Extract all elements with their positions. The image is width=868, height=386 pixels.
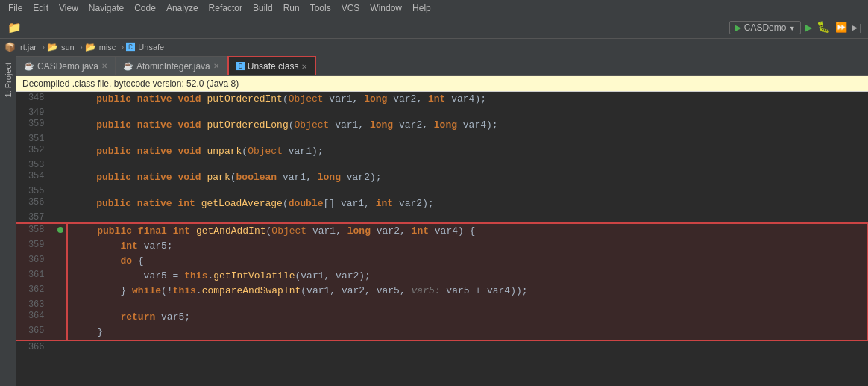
table-row: 363 [16,299,867,310]
line-content: int var5; [67,239,867,254]
dropdown-icon: ▼ [789,25,796,32]
breadcrumb-sun[interactable]: sun [58,41,78,53]
debug-button[interactable]: 🐛 [817,20,831,34]
gutter-marker-icon [57,227,63,233]
line-content [67,299,867,310]
next-button[interactable]: ▶| [852,22,864,34]
line-gutter [54,310,67,325]
toolbar-icon-folder[interactable]: 📁 [4,19,25,36]
casdemo-close[interactable]: ✕ [101,62,107,70]
tab-atomicinteger[interactable]: ☕ AtomicInteger.java ✕ [116,56,227,75]
line-gutter [54,325,67,340]
table-row: 359 int var5; [16,239,867,254]
code-editor[interactable]: 348 public native void putOrderedInt(Obj… [16,92,868,386]
line-content [67,211,867,223]
table-row: 353 [16,159,867,170]
tab-casdemo[interactable]: ☕ CASDemo.java ✕ [16,56,116,75]
breadcrumb-sep2: › [80,42,83,52]
breadcrumb-sep1: › [42,42,45,52]
table-row: 351 [16,133,867,144]
line-number: 362 [16,284,54,299]
main-layout: 1: Project ☕ CASDemo.java ✕ ☕ AtomicInte… [0,55,868,386]
menu-item-run[interactable]: Run [278,1,305,15]
table-row: 364 return var5; [16,310,867,325]
line-content: do { [67,254,867,269]
table-row: 366 [16,340,867,352]
run-config-icon: ▶ [735,22,741,33]
menu-item-edit[interactable]: Edit [28,1,54,15]
line-content [67,159,867,170]
atomicinteger-close[interactable]: ✕ [213,62,219,70]
line-content [67,185,867,196]
menu-item-help[interactable]: Help [407,1,436,15]
table-row: 355 [16,185,867,196]
line-number: 349 [16,107,54,118]
menu-item-refactor[interactable]: Refactor [204,1,248,15]
line-gutter [54,196,67,211]
casdemo-label: CASDemo.java [37,61,98,72]
line-gutter [54,185,67,196]
table-row: 352 public native void unpark(Object var… [16,144,867,159]
table-row: 362 } while(!this.compareAndSwapInt(var1… [16,284,867,299]
line-number: 352 [16,144,54,159]
info-bar-text: Decompiled .class file, bytecode version… [22,78,239,89]
table-row: 356 public native int getLoadAverage(dou… [16,196,867,211]
menu-item-vcs[interactable]: VCS [336,1,365,15]
menu-item-analyze[interactable]: Analyze [161,1,204,15]
table-row: 349 [16,107,867,118]
table-row: 357 [16,211,867,223]
line-content: public final int getAndAddInt(Object var… [67,223,867,239]
breadcrumb-unsafe[interactable]: Unsafe [135,41,167,53]
line-content: public native void unpark(Object var1); [67,144,867,159]
line-gutter [54,254,67,269]
unsafe-label: Unsafe.class [248,61,299,72]
line-gutter [54,170,67,185]
profile-button[interactable]: ⏩ [835,22,847,34]
table-row: 365 } [16,325,867,340]
atomicinteger-label: AtomicInteger.java [136,61,210,72]
line-gutter [54,223,67,239]
line-gutter [54,144,67,159]
line-number: 357 [16,211,54,223]
tab-unsafe[interactable]: 🅲 Unsafe.class ✕ [227,56,317,75]
breadcrumb-sep3: › [121,42,124,52]
code-table: 348 public native void putOrderedInt(Obj… [16,92,868,352]
line-content: var5 = this.getIntVolatile(var1, var2); [67,269,867,284]
menu-item-view[interactable]: View [54,1,84,15]
line-content [67,340,867,352]
run-button[interactable]: ▶ [805,20,813,35]
line-gutter [54,239,67,254]
line-number: 351 [16,133,54,144]
line-content: public native void putOrderedInt(Object … [67,92,867,107]
line-number: 358 [16,223,54,239]
line-content: return var5; [67,310,867,325]
line-content: public native void park(boolean var1, lo… [67,170,867,185]
line-content: public native void putOrderedLong(Object… [67,118,867,133]
line-number: 366 [16,340,54,352]
menu-item-window[interactable]: Window [365,1,407,15]
toolbar-right: ▶ CASDemo ▼ ▶ 🐛 ⏩ ▶| [729,20,864,35]
project-panel-label[interactable]: 1: Project [2,58,14,102]
menu-item-tools[interactable]: Tools [305,1,336,15]
editor-area: ☕ CASDemo.java ✕ ☕ AtomicInteger.java ✕ … [16,55,868,386]
unsafe-close[interactable]: ✕ [301,63,307,71]
editor-tabs: ☕ CASDemo.java ✕ ☕ AtomicInteger.java ✕ … [16,55,868,76]
menu-item-code[interactable]: Code [129,1,161,15]
run-config-selector[interactable]: ▶ CASDemo ▼ [729,21,800,34]
line-number: 353 [16,159,54,170]
table-row: 354 public native void park(boolean var1… [16,170,867,185]
line-content: } while(!this.compareAndSwapInt(var1, va… [67,284,867,299]
line-number: 360 [16,254,54,269]
menu-item-navigate[interactable]: Navigate [84,1,129,15]
casdemo-icon: ☕ [24,61,34,71]
breadcrumb: 📦 rt.jar › 📂 sun › 📂 misc › 🅲 Unsafe [0,39,868,55]
line-number: 364 [16,310,54,325]
menu-item-file[interactable]: File [3,1,28,15]
breadcrumb-folder2-icon: 📂 [85,42,96,52]
sidebar-strip: 1: Project [0,55,16,386]
breadcrumb-misc[interactable]: misc [96,41,119,53]
breadcrumb-jar[interactable]: rt.jar [17,41,40,53]
line-content: } [67,325,867,340]
menu-item-build[interactable]: Build [248,1,278,15]
line-gutter [54,107,67,118]
